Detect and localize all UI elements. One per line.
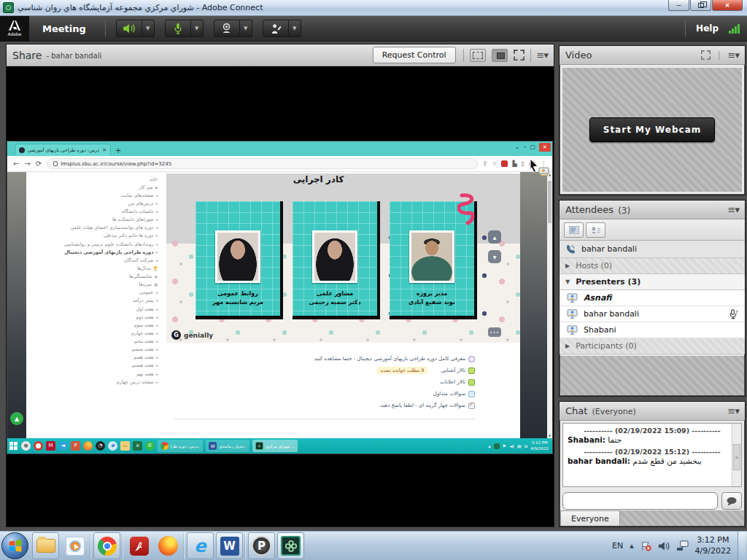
browser-tab[interactable]: درس: دوره طراحی بازیهای آموزشی ✕ [15,144,111,156]
microphone-button[interactable] [165,20,191,37]
video-pod-menu-icon[interactable]: ≡▾ [728,50,739,61]
presenter-row[interactable]: Asnafi [560,290,745,306]
volume-icon[interactable] [658,541,670,551]
attendee-list-view-button[interactable] [564,222,584,238]
course-item-quiz[interactable]: سوالات چهار گزینه ای - لطفا پاسخ دهید. [174,400,475,411]
genially-brand-label[interactable]: genially [184,332,213,339]
sidebar-item[interactable]: ♟شایستگی‌ها [28,273,159,281]
sidebar-item[interactable]: ◂هفته اول [28,305,159,313]
sidebar-item[interactable]: 🏆مدال‌ها [28,264,159,272]
shared-volume-icon[interactable]: ◄) [509,444,514,448]
shared-start-button[interactable] [9,442,18,451]
hosts-group-header[interactable]: ▶ Hosts (0) [560,258,745,274]
raise-hand-dropdown[interactable]: ▼ [289,20,301,37]
staff-card[interactable]: مشاور علمیدکتر سمیه رحیمی [293,201,380,319]
firefox-icon[interactable] [83,441,93,451]
speaker-dropdown[interactable]: ▼ [142,20,155,37]
genially-options-button[interactable]: ••• [488,327,501,337]
sidebar-item[interactable]: ◂رویدادهای دانشکده علوم تربیتی و روانشنا… [28,240,159,248]
taskbar-firefox-button[interactable] [155,532,182,559]
browser-scrollbar[interactable]: ▲ ▼ [547,172,552,438]
sidebar-item-current-course[interactable]: ▾دوره طراحی بازیهای آموزشی دیجیتال [28,248,159,256]
chat-input[interactable] [562,492,718,510]
speaker-button[interactable] [116,20,142,37]
m-app-icon[interactable]: M [46,441,55,451]
taskbar-clock[interactable]: 3:12 PM 4/9/2022 [695,535,731,557]
genially-next-button[interactable]: ▼ [488,250,501,263]
sidebar-item[interactable]: ◂پیش درآمد [28,297,159,305]
taskbar-connect-button[interactable] [277,532,304,559]
network-icon[interactable] [676,540,689,551]
reload-icon[interactable]: ⟳ [36,160,42,168]
video-fullscreen-icon[interactable] [701,50,711,60]
show-desktop-button[interactable] [738,532,746,560]
forward-icon[interactable]: → [24,160,30,168]
taskbar-word-button[interactable]: W [216,532,243,559]
webcam-dropdown[interactable]: ▼ [240,20,252,37]
shared-lang-indicator[interactable]: فا [525,444,528,448]
sidebar-item[interactable]: ◂عمومی [28,289,159,297]
scroll-to-top-button[interactable]: ▲ [10,412,23,425]
meeting-menu[interactable]: Meeting [29,23,105,34]
webcam-button[interactable] [214,20,240,37]
sidebar-item[interactable]: ▾دوره ها-خانم دکتر بندعلی [28,232,159,240]
excel-icon[interactable]: x [133,441,142,451]
attendee-card-view-button[interactable] [586,222,605,238]
scroll-down-icon[interactable]: ▼ [547,434,552,438]
help-menu[interactable]: Help [696,23,719,34]
language-indicator[interactable]: EN [612,541,623,551]
ie-icon[interactable]: e [108,441,117,451]
presenters-group-header[interactable]: ▼ Presenters (3) [560,274,745,290]
taskbar-explorer-button[interactable] [32,532,59,559]
share-pod-menu-icon[interactable]: ≡▾ [537,50,548,61]
sidebar-item[interactable]: ▪میز کار [28,183,159,191]
sidebar-item[interactable]: ◂هفته هفتم [28,354,159,362]
connection-signal-icon[interactable] [729,23,740,34]
shared-clock[interactable]: 3:12 PM 4/9/2022 [530,440,550,451]
adblock-extension-icon[interactable] [501,160,508,167]
participants-group-header[interactable]: ▶ Participants (0) [560,338,745,354]
reader-mode-icon[interactable]: ▯ [522,161,525,167]
taskbar-acrobat-button[interactable] [125,532,152,559]
presenter-row[interactable]: Shabani [560,322,745,338]
browser-close-button[interactable]: ✕ [539,143,551,152]
staff-card[interactable]: روابط عمومیمریم شایسته مهر [196,201,283,319]
sidebar-item[interactable]: ◂دوره های توانمندسازی اعضای هیات علمی [28,224,159,232]
sidebar-item[interactable]: ▾درس‌های من [28,199,159,207]
obs-dark-app-icon[interactable]: ◔ [96,441,105,451]
shared-flag-icon[interactable]: ⚑ [503,444,506,448]
sidebar-item[interactable]: ◂صفحه‌های سایت [28,191,159,199]
course-item-announcements[interactable]: تالار اعلانات [174,376,475,388]
close-button[interactable]: × [712,0,743,11]
sidebar-item[interactable]: ▦نمره‌ها [28,281,159,289]
restore-button[interactable] [690,0,711,11]
course-item-intro[interactable]: معرفی کامل دوره طراحی بازیهای آموزشی دیج… [174,353,475,365]
obs-red-app-icon[interactable] [34,441,43,451]
explorer-folder-icon[interactable]: ▭ [120,441,130,451]
course-item-faq[interactable]: سوالات متداول [174,388,475,400]
course-item-forum[interactable]: تالار آشنایی 9 مطلب خوانده نشده [174,365,475,376]
sidebar-item[interactable]: ◂شرکت کنندگان [28,256,159,264]
sidebar-item[interactable]: ◂هفته ششم [28,346,159,354]
raise-hand-button[interactable] [263,20,289,37]
minimize-button[interactable]: − [668,0,689,11]
microphone-dropdown[interactable]: ▼ [191,20,204,37]
bookmark-star-icon[interactable]: ☆ [492,161,497,167]
sidebar-item[interactable]: ◂هفته سوم [28,321,159,329]
start-button[interactable] [1,532,28,559]
presenter-row[interactable]: bahar bandali [560,306,745,322]
browser-minimize-button[interactable]: – [523,144,526,150]
tray-excel-icon[interactable] [494,443,500,449]
chat-scrollbar[interactable]: ≡ [732,424,741,486]
browser-user-chevron-icon[interactable]: ⌄ [515,144,520,150]
recorder-app-icon[interactable]: ● [21,441,31,451]
chat-scrollbar-thumb[interactable]: ≡ [733,444,740,470]
new-tab-button[interactable]: + [115,147,121,155]
chat-tab-everyone[interactable]: Everyone [560,510,620,526]
sidebar-item[interactable]: ◂صفحه درس چهارم [28,378,159,386]
address-bar[interactable]: lmsplus.sbu.ac.ir/course/view.php?id=324… [47,158,477,169]
shared-connect-window-button[interactable]: ✳ ... شوراي مركزي [252,440,298,452]
sidebar-item[interactable]: ◂هفته نهم [28,370,159,378]
taskbar-chrome-button[interactable] [93,532,120,559]
request-control-button[interactable]: Request Control [373,47,456,63]
